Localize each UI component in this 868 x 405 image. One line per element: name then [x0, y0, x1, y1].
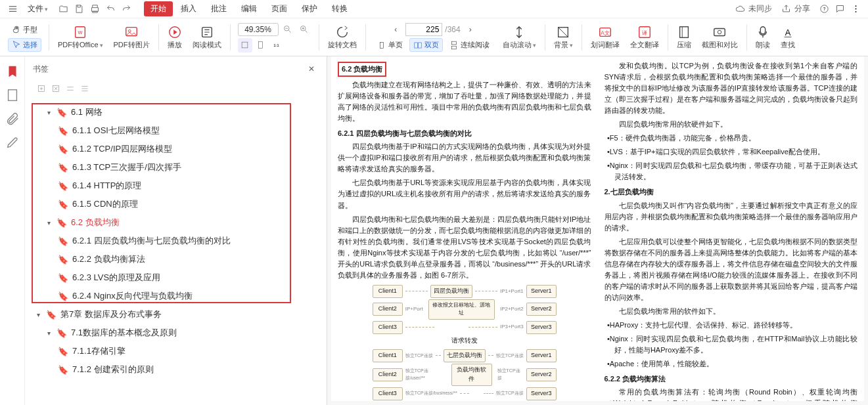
pdf-to-office-button[interactable]: WPDF转Office▾ — [54, 24, 107, 51]
bookmark-item[interactable]: 🔖6.2.4 Nginx反向代理与负载均衡 — [29, 287, 323, 305]
redo-icon[interactable] — [119, 2, 133, 16]
bullet-item: HAProxy：支持七层代理、会话保持、标记、路径转移等。 — [605, 320, 858, 331]
rotate-button[interactable]: 旋转文档 — [324, 24, 361, 51]
bookmark-item[interactable]: 🔖7.1.1存储引擎 — [29, 342, 323, 360]
sync-status[interactable]: 未同步 — [748, 3, 772, 14]
menu-bar: 文件▾ 开始 插入 批注 编辑 页面 保护 转换 未同步 分享 ? — [0, 0, 868, 18]
bookmark-item[interactable]: ▾🔖第7章 数据库及分布式事务 — [29, 305, 323, 324]
svg-point-2 — [855, 5, 856, 7]
background-button[interactable]: 背景▾ — [550, 24, 577, 51]
find-button[interactable]: A查找 — [777, 24, 799, 51]
double-page-button[interactable]: 双页 — [409, 38, 443, 52]
hamburger-icon[interactable] — [5, 2, 20, 16]
feedback-icon[interactable] — [833, 2, 847, 16]
full-translate-button[interactable]: 译全文翻译 — [626, 24, 663, 51]
document-view[interactable]: 6.2 负载均衡 负载均衡建立在现有网络结构之上，提供了一种廉价、有效、透明的方… — [327, 56, 868, 405]
svg-text:1:1: 1:1 — [273, 43, 279, 47]
toolbar: 手型 选择 WPDF转Office▾ PDF转图片 播放 阅读模式 49.35%… — [0, 18, 868, 56]
bookmark-item[interactable]: ▾🔖7.1数据库的基本概念及原则 — [29, 324, 323, 342]
svg-rect-19 — [451, 41, 456, 45]
select-tool[interactable]: 选择 — [8, 38, 41, 52]
compress-button[interactable]: 压缩 — [673, 24, 695, 51]
screenshot-button[interactable]: 截图和对比 — [698, 24, 742, 51]
read-mode-button[interactable]: 阅读模式 — [189, 24, 225, 51]
actual-size-icon[interactable]: 1:1 — [269, 38, 284, 53]
bullet-item: Nginx：同时实现四层负载和七层负载均衡，在HTTP和Mail协议上功能比较好… — [605, 333, 858, 356]
svg-point-28 — [718, 30, 721, 34]
annotation-tab-icon[interactable] — [5, 135, 20, 150]
zoom-out-icon[interactable] — [281, 22, 295, 37]
play-button[interactable]: 播放 — [164, 24, 186, 51]
bookmark-tab-icon[interactable] — [5, 64, 20, 79]
fit-width-icon[interactable] — [238, 38, 252, 53]
bookmark-tree: ▾🔖6.1 网络 🔖6.1.1 OSI七层网络模型 🔖6.1.2 TCP/IP四… — [25, 100, 327, 405]
menu-file[interactable]: 文件▾ — [21, 1, 55, 16]
bookmark-item[interactable]: 🔖7.1.2 创建索引的原则 — [29, 360, 323, 379]
page-input[interactable] — [405, 23, 442, 36]
undo-icon[interactable] — [103, 2, 118, 16]
continuous-button[interactable]: 连续阅读 — [445, 38, 493, 52]
fit-page-icon[interactable] — [254, 38, 268, 53]
share-label[interactable]: 分享 — [794, 3, 810, 14]
svg-point-4 — [855, 11, 856, 12]
subsection-heading: 6.2.1 四层负载均衡与七层负载均衡的对比 — [338, 128, 591, 139]
bookmark-item[interactable]: 🔖6.1.2 TCP/IP四层网络模型 — [29, 140, 323, 158]
svg-rect-16 — [380, 42, 383, 48]
bookmark-item[interactable]: 🔖6.2.2 负载均衡算法 — [29, 250, 323, 268]
svg-rect-17 — [414, 42, 417, 47]
menu-tab-start[interactable]: 开始 — [144, 1, 173, 16]
cloud-icon[interactable] — [733, 2, 747, 16]
share-icon[interactable] — [779, 2, 793, 16]
bm-tool-expand[interactable] — [66, 84, 75, 95]
word-translate-button[interactable]: A文划词翻译 — [587, 24, 624, 51]
svg-text:?: ? — [823, 7, 825, 11]
read-aloud-button[interactable]: 朗读 — [752, 24, 774, 51]
svg-text:A文: A文 — [601, 30, 610, 35]
print-icon[interactable] — [87, 2, 102, 16]
attachment-tab-icon[interactable] — [5, 112, 20, 126]
next-page-icon[interactable]: › — [463, 22, 478, 37]
prev-page-icon[interactable]: ‹ — [388, 22, 403, 37]
close-panel-icon[interactable]: ✕ — [304, 62, 319, 76]
bookmark-item[interactable]: 🔖6.1.3 TCP三次握手/四次挥手 — [29, 158, 323, 177]
bookmark-item[interactable]: 🔖6.2.1 四层负载均衡与七层负载均衡的对比 — [29, 232, 323, 250]
bm-tool-add[interactable] — [37, 84, 46, 95]
pdf-to-image-button[interactable]: PDF转图片 — [110, 24, 154, 51]
zoom-value[interactable]: 49.35% — [238, 23, 279, 36]
help-icon[interactable]: ? — [817, 2, 831, 16]
bookmark-item[interactable]: 🔖6.1.4 HTTP的原理 — [29, 177, 323, 195]
autoscroll-button[interactable]: 自动滚动▾ — [499, 24, 540, 51]
page-left: 6.2 负载均衡 负载均衡建立在现有网络结构之上，提供了一种廉价、有效、透明的方… — [331, 56, 598, 401]
svg-rect-20 — [451, 46, 456, 49]
menu-tab-convert[interactable]: 转换 — [325, 1, 354, 16]
single-page-button[interactable]: 单页 — [373, 38, 407, 52]
body-text: 七层应用负载可以使整个网络更智能化，七层负载均衡根据不同的数据类型将数据存储在不… — [605, 236, 858, 303]
thumbnail-tab-icon[interactable] — [5, 88, 20, 102]
open-icon[interactable] — [56, 2, 70, 16]
bm-tool-collapse[interactable] — [80, 84, 89, 95]
more-icon[interactable] — [848, 2, 863, 16]
subsection-heading: 6.2.2 负载均衡算法 — [605, 373, 858, 385]
bookmark-item-selected[interactable]: ▾🔖6.2 负载均衡 — [29, 213, 323, 232]
svg-rect-30 — [8, 90, 16, 101]
bookmark-toolbar — [25, 81, 327, 100]
svg-rect-13 — [242, 42, 248, 48]
page-right: 发和负载均衡。以TCP为例，负载均衡设备在接收到第1个来自客户端的SYN请求后，… — [598, 56, 865, 401]
save-icon[interactable] — [72, 2, 86, 16]
bm-tool-remove[interactable] — [51, 84, 60, 95]
bullet-item: Nginx：同时实现四层负载和七层负载均衡，带缓存功能，可基于正则表达式灵活转发… — [605, 160, 858, 182]
zoom-in-icon[interactable] — [297, 22, 311, 37]
bookmark-item[interactable]: 🔖6.2.3 LVS的原理及应用 — [29, 268, 323, 287]
menu-tab-annotate[interactable]: 批注 — [204, 1, 233, 16]
menu-tab-edit[interactable]: 编辑 — [235, 1, 263, 16]
figure-6-7-bottom: Client1独立TCP连接七层负载均衡独立TCP连接Server1 Clien… — [373, 349, 557, 401]
bookmark-item[interactable]: 🔖6.1.5 CDN的原理 — [29, 195, 323, 213]
menu-tab-protect[interactable]: 保护 — [295, 1, 324, 16]
bookmark-item[interactable]: ▾🔖6.1 网络 — [29, 103, 323, 121]
menu-tab-page[interactable]: 页面 — [265, 1, 294, 16]
menu-tab-insert[interactable]: 插入 — [174, 1, 203, 16]
hand-tool[interactable]: 手型 — [8, 23, 41, 37]
bullet-item: LVS：基于IP+端口实现的四层负载软件，常和Keepalive配合使用。 — [605, 146, 858, 158]
bookmark-item[interactable]: 🔖6.1.1 OSI七层网络模型 — [29, 121, 323, 140]
bookmark-title: 书签 — [33, 64, 304, 75]
